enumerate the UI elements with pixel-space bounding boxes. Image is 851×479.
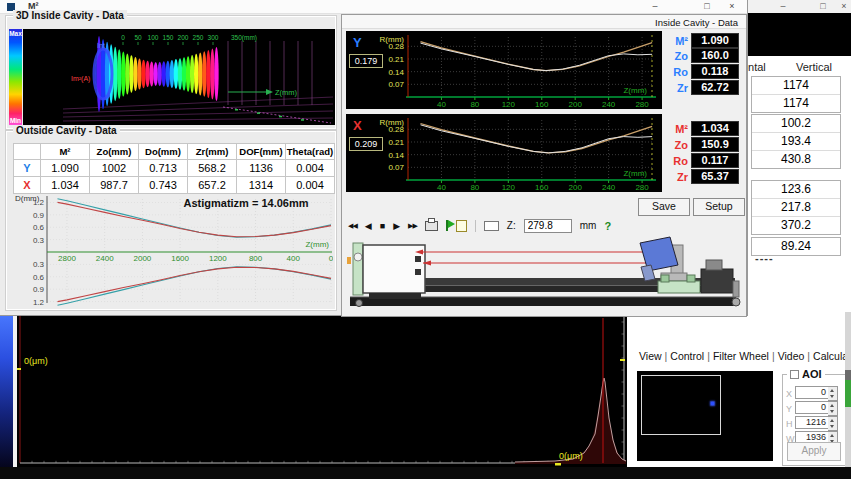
mount-knob <box>354 253 362 261</box>
region-icon[interactable] <box>484 221 499 231</box>
svg-text:240: 240 <box>602 183 616 192</box>
svg-text:0: 0 <box>329 254 333 263</box>
param-label: M² <box>664 123 688 135</box>
fast-forward-icon[interactable]: ▶▶ <box>408 222 417 230</box>
close-icon[interactable]: × <box>725 0 739 12</box>
z-unit-label: mm <box>580 220 597 231</box>
aoi-input-x[interactable]: 0 <box>795 386 828 399</box>
aoi-input-h[interactable]: 1216 <box>795 416 828 429</box>
y-param-row: M²1.090 <box>664 33 739 48</box>
play-icon[interactable]: ▶ <box>393 221 400 231</box>
inside-cavity-window: Inside Cavity - Data 4080120160200240280… <box>341 14 747 317</box>
inside-window-titlebar: Inside Cavity - Data <box>342 15 746 29</box>
outside-col-header: Zr(mm) <box>188 144 237 160</box>
outside-col-header: DOF(mm) <box>237 144 286 160</box>
outside-cell: 1002 <box>90 160 139 177</box>
y-value-box: 0.179 <box>349 54 383 68</box>
camera-base <box>369 293 421 299</box>
measurement-value: 370.2 <box>752 216 840 234</box>
camera-tabs: View|Control|Filter Wheel|Video|Calculat… <box>639 350 851 362</box>
svg-text:0.6: 0.6 <box>33 223 45 232</box>
rail-schematic <box>345 235 742 314</box>
x-param-row: Zr65.37 <box>664 169 739 184</box>
lead-screw-knob <box>732 298 740 306</box>
stop-icon[interactable]: ■ <box>380 221 385 231</box>
setup-button[interactable]: Setup <box>693 198 745 216</box>
x-chart-svg: 40801201602002402800.280.210.140.07R(mm)… <box>346 114 662 192</box>
outside-cell: 0.713 <box>139 160 188 177</box>
outside-cell: 1136 <box>237 160 286 177</box>
aoi-checkbox[interactable] <box>790 370 799 379</box>
param-label: Ro <box>664 155 688 167</box>
svg-text:0.9: 0.9 <box>33 211 45 220</box>
rewind-icon[interactable]: ◀◀ <box>348 222 357 230</box>
maximize-icon[interactable]: □ <box>700 0 714 12</box>
tab-video[interactable]: Video <box>778 350 805 362</box>
param-value: 0.117 <box>691 153 739 168</box>
svg-text:200: 200 <box>569 183 583 192</box>
svg-text:800: 800 <box>249 254 263 263</box>
tab-filter-wheel[interactable]: Filter Wheel <box>713 350 769 362</box>
caustic-3d-view: 050100150200250300 Int Im²(A) Z(mm) 350(… <box>23 29 335 125</box>
minimize-icon[interactable]: – <box>777 1 789 12</box>
param-value: 150.9 <box>691 137 739 152</box>
step-back-icon[interactable]: ◀ <box>365 221 372 231</box>
minimize-icon[interactable]: – <box>648 0 662 12</box>
svg-text:Z(mm): Z(mm) <box>623 169 647 178</box>
scrollbar[interactable] <box>845 312 851 467</box>
svg-text:160: 160 <box>535 183 549 192</box>
param-label: Ro <box>664 66 688 78</box>
measurement-value: 1174 <box>752 94 840 112</box>
outside-corner-cell <box>14 144 41 160</box>
column-header-vertical: Vertical <box>785 61 843 73</box>
tab-view[interactable]: View <box>639 350 662 362</box>
svg-text:100: 100 <box>148 34 159 41</box>
help-icon[interactable]: ? <box>604 220 611 232</box>
mount-marker <box>347 257 351 264</box>
int-axis-label: Int <box>97 42 105 49</box>
z-position-input[interactable] <box>524 219 572 233</box>
svg-text:0.14: 0.14 <box>388 68 404 77</box>
measurement-group: 123.6217.8370.2 <box>751 180 841 235</box>
badge-icon[interactable] <box>456 220 467 232</box>
printer-icon[interactable] <box>425 221 438 231</box>
close-icon[interactable]: × <box>838 1 850 12</box>
param-value: 1.090 <box>691 33 739 48</box>
apply-button[interactable]: Apply <box>787 442 841 461</box>
tab-control[interactable]: Control <box>670 350 704 362</box>
x-axis-letter: X <box>353 118 362 133</box>
scrollbar-thumb[interactable] <box>845 380 851 407</box>
svg-text:40: 40 <box>437 183 446 192</box>
flag-icon[interactable] <box>446 220 448 231</box>
aoi-row-y: Y0 <box>786 402 844 415</box>
foot-wheel <box>356 300 363 307</box>
aoi-spinner[interactable] <box>828 386 838 401</box>
svg-text:2000: 2000 <box>134 254 152 263</box>
save-button[interactable]: Save <box>638 198 690 216</box>
aoi-input-y[interactable]: 0 <box>795 401 828 414</box>
aoi-spinner[interactable] <box>828 401 838 416</box>
scrollbar-segment <box>845 370 851 380</box>
aoi-title: AOI <box>802 368 822 380</box>
end-bracket <box>733 281 739 297</box>
astig-xlabel: Z(mm) <box>305 240 329 249</box>
svg-text:50: 50 <box>134 34 142 41</box>
param-label: M² <box>664 35 688 47</box>
svg-text:0.3: 0.3 <box>33 236 45 245</box>
param-label: Zr <box>664 171 688 183</box>
svg-text:40: 40 <box>437 100 446 109</box>
y-axis-zero-label: 0(μm) <box>24 356 48 366</box>
svg-text:2400: 2400 <box>96 254 114 263</box>
bottom-dark-strip <box>0 467 851 479</box>
tab-separator: | <box>707 350 710 362</box>
svg-text:0.21: 0.21 <box>388 138 404 147</box>
beam-profile-display: 0(μm) 0(μm) <box>17 312 627 467</box>
svg-text:250: 250 <box>193 34 204 41</box>
maximize-icon[interactable]: □ <box>817 1 829 12</box>
aoi-spinner[interactable] <box>828 416 838 431</box>
aoi-region-outline[interactable] <box>641 375 721 435</box>
svg-text:80: 80 <box>470 183 479 192</box>
measurement-value: 193.4 <box>752 132 840 150</box>
x-caustic-chart: 40801201602002402800.280.210.140.07R(mm)… <box>346 114 662 192</box>
measurement-window: – □ × Horizontal Vertical 11741174100.21… <box>737 0 851 316</box>
